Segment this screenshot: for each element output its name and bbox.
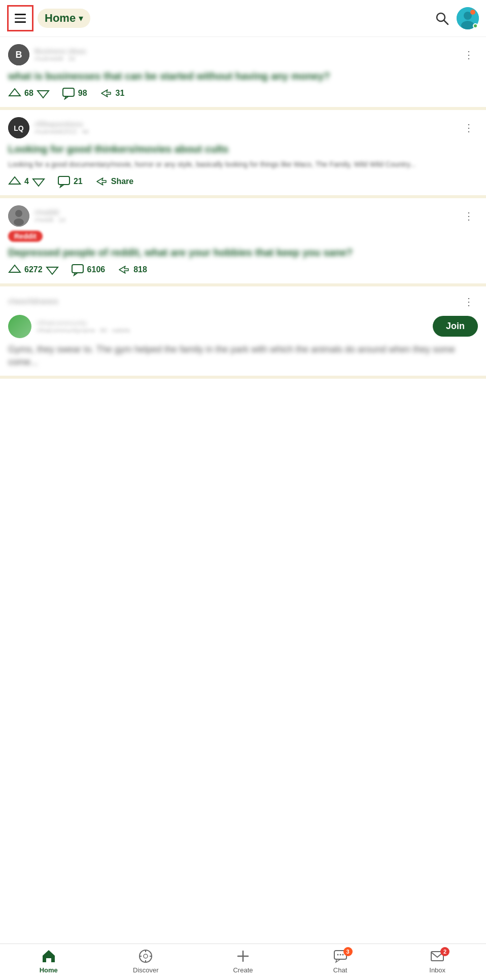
- nav-label-inbox: Inbox: [429, 966, 445, 974]
- bottom-nav: Home Discover Create: [0, 943, 486, 980]
- svg-marker-20: [47, 267, 58, 274]
- inbox-badge: 2: [440, 947, 449, 956]
- svg-rect-10: [63, 88, 74, 96]
- post-header-1: B Business ideas r/subreddit · 2d ⋮: [8, 44, 478, 65]
- downvote-button-3[interactable]: [46, 263, 59, 276]
- svg-marker-9: [38, 91, 49, 98]
- post-card-3: r/reddit r/reddit · 1d ⋮ Reddit Depresse…: [0, 198, 486, 286]
- svg-point-23: [144, 954, 148, 958]
- post-subreddit-2: r/subreddit2022 · 4d: [34, 128, 89, 135]
- discover-nav-icon: [137, 948, 154, 964]
- nav-label-create: Create: [233, 966, 253, 974]
- community-user-4: r/thatcommunity r/thatcommunityname · 60…: [8, 315, 130, 338]
- menu-button[interactable]: [7, 5, 33, 31]
- upvote-button-3[interactable]: [8, 263, 21, 276]
- comment-group-2: 21: [57, 175, 83, 188]
- share-count-3: 818: [133, 265, 147, 274]
- comment-button-2[interactable]: [57, 175, 71, 188]
- post-subreddit-1: r/subreddit · 2d: [34, 55, 86, 62]
- upvote-button-2[interactable]: [8, 175, 21, 188]
- create-nav-icon: [235, 948, 251, 964]
- more-options-button-2[interactable]: ⋮: [460, 120, 478, 136]
- post-card-2: LQ r/lifequestions r/subreddit2022 · 4d …: [0, 110, 486, 198]
- header-left: Home ▾: [7, 5, 90, 31]
- community-card-4: r/worldnews ⋮ r/thatcommunity r/thatcomm…: [0, 286, 486, 379]
- home-badge[interactable]: Home ▾: [38, 9, 90, 28]
- share-button-1[interactable]: [99, 87, 113, 100]
- post-actions-1: 68 98 31: [8, 87, 478, 100]
- nav-label-discover: Discover: [133, 966, 159, 974]
- svg-line-1: [444, 20, 448, 24]
- nav-label-home: Home: [40, 966, 58, 974]
- upvote-icon-2: [8, 175, 21, 188]
- share-group-2: Share: [95, 175, 133, 188]
- nav-item-create[interactable]: Create: [228, 948, 258, 974]
- comment-group-1: 98: [62, 87, 87, 100]
- svg-rect-21: [72, 265, 83, 273]
- post-subreddit-3: r/reddit · 1d: [34, 216, 65, 224]
- post-user-info-3: r/reddit r/reddit · 1d: [34, 208, 65, 224]
- post-user-2: LQ r/lifequestions r/subreddit2022 · 4d: [8, 117, 89, 138]
- post-avatar-2: LQ: [8, 117, 29, 138]
- svg-marker-13: [9, 177, 20, 184]
- comment-count-1: 98: [78, 89, 87, 98]
- more-options-button-1[interactable]: ⋮: [460, 47, 478, 63]
- share-button-2[interactable]: [95, 175, 108, 188]
- post-username-1: Business ideas: [34, 47, 86, 55]
- downvote-button-1[interactable]: [37, 87, 50, 100]
- share-button-3[interactable]: [117, 263, 130, 276]
- user-avatar-container[interactable]: [457, 7, 479, 29]
- share-icon-2: [95, 175, 108, 188]
- svg-marker-19: [9, 265, 20, 272]
- post-user-info-1: Business ideas r/subreddit · 2d: [34, 47, 86, 62]
- more-options-button-4[interactable]: ⋮: [460, 294, 478, 310]
- nav-item-chat[interactable]: 3 Chat: [325, 948, 356, 974]
- downvote-button-2[interactable]: [32, 175, 45, 188]
- comment-button-1[interactable]: [62, 87, 75, 100]
- chevron-down-icon: ▾: [79, 13, 83, 24]
- community-username-4: r/thatcommunity: [37, 319, 130, 327]
- share-group-1: 31: [99, 87, 125, 100]
- more-options-button-3[interactable]: ⋮: [460, 208, 478, 224]
- nav-label-chat: Chat: [333, 966, 347, 974]
- post-card-1: B Business ideas r/subreddit · 2d ⋮ what…: [0, 37, 486, 110]
- post-header-2: LQ r/lifequestions r/subreddit2022 · 4d …: [8, 117, 478, 138]
- upvote-count-2: 4: [24, 177, 29, 186]
- svg-point-18: [14, 219, 24, 226]
- comment-count-3: 6106: [87, 265, 106, 274]
- comment-button-3[interactable]: [71, 263, 84, 276]
- comment-icon-1: [62, 87, 75, 100]
- chat-badge: 3: [343, 947, 353, 956]
- post-body-2: Looking for a good documentary/movie, ho…: [8, 160, 478, 170]
- post-username-3: r/reddit: [34, 208, 65, 216]
- community-post-text-4: Gyms, they swear to. The gym helped the …: [8, 343, 478, 369]
- community-sub-row-4: r/thatcommunity r/thatcommunityname · 60…: [8, 315, 478, 338]
- community-stats-4: r/thatcommunityname · 60 · rabbits: [37, 327, 130, 334]
- search-icon: [434, 11, 449, 26]
- community-avatar-4: [8, 315, 31, 338]
- post-actions-3: 6272 6106 818: [8, 263, 478, 276]
- comment-group-3: 6106: [71, 263, 106, 276]
- nav-item-discover[interactable]: Discover: [130, 948, 161, 974]
- upvote-icon-3: [8, 263, 21, 276]
- search-button[interactable]: [432, 9, 452, 28]
- post-user-1: B Business ideas r/subreddit · 2d: [8, 44, 86, 65]
- community-name-4: r/worldnews: [8, 297, 58, 307]
- share-icon-3: [117, 263, 130, 276]
- comment-icon-2: [57, 175, 71, 188]
- join-button-4[interactable]: Join: [433, 316, 478, 337]
- post-user-info-2: r/lifequestions r/subreddit2022 · 4d: [34, 120, 89, 135]
- svg-marker-14: [33, 179, 44, 186]
- post-username-2: r/lifequestions: [34, 120, 89, 128]
- upvote-button-1[interactable]: [8, 87, 21, 100]
- post-header-3: r/reddit r/reddit · 1d ⋮: [8, 205, 478, 227]
- community-header-4: r/worldnews ⋮: [8, 294, 478, 310]
- nav-item-inbox[interactable]: 2 Inbox: [422, 948, 453, 974]
- downvote-icon-1: [37, 87, 50, 100]
- svg-point-32: [339, 954, 341, 956]
- comment-count-2: 21: [74, 177, 83, 186]
- share-count-1: 31: [116, 89, 125, 98]
- post-avatar-1: B: [8, 44, 29, 65]
- nav-item-home[interactable]: Home: [33, 948, 64, 974]
- post-tag-3: Reddit: [8, 231, 43, 242]
